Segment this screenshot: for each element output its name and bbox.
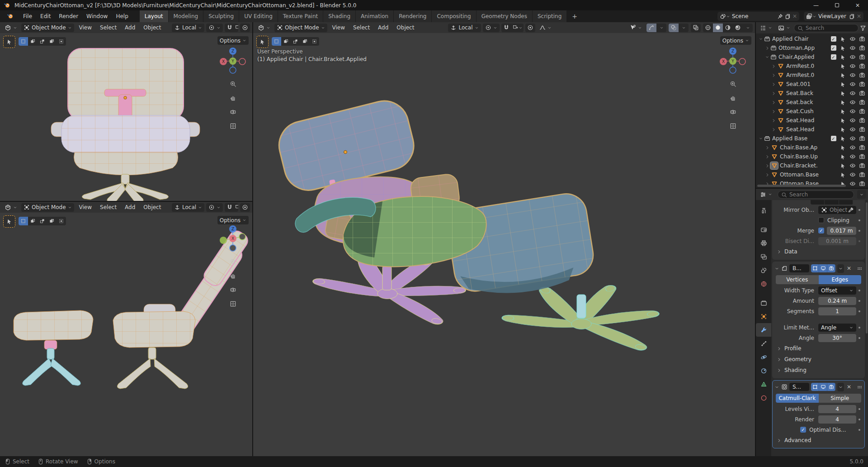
maximize-button[interactable] xyxy=(826,0,847,10)
clipping-checkbox[interactable] xyxy=(818,217,824,223)
hide-viewport-toggle[interactable] xyxy=(848,135,857,142)
selectable-toggle[interactable] xyxy=(838,36,848,42)
add-workspace-button[interactable]: + xyxy=(567,10,582,22)
pin-icon[interactable] xyxy=(777,13,783,19)
hide-render-toggle[interactable] xyxy=(857,117,867,124)
hide-render-toggle[interactable] xyxy=(857,181,867,187)
drag-handle-icon[interactable] xyxy=(857,384,863,390)
outliner-row[interactable]: Seat.Back xyxy=(756,89,868,98)
zoom-nav-button[interactable] xyxy=(228,79,238,89)
viewport-menu-view[interactable]: View xyxy=(76,24,95,32)
geometry-section-toggle[interactable]: Geometry xyxy=(772,354,865,365)
bevel-limit-met--dropdown[interactable]: Angle xyxy=(818,324,856,332)
subdiv-close-icon[interactable]: ✕ xyxy=(846,384,852,390)
outliner-row[interactable]: ArmRest.0 xyxy=(756,71,868,80)
outliner-row[interactable]: Seat.back xyxy=(756,98,868,107)
close-button[interactable]: ✕ xyxy=(847,0,868,10)
axis-gizmo-icon[interactable]: XZY xyxy=(719,47,747,75)
viewport-front[interactable]: Object ModeViewSelectAddObjectLocal Opti… xyxy=(0,22,252,201)
subdiv-render-display-toggle[interactable] xyxy=(827,383,835,391)
grid-ortho-button[interactable] xyxy=(228,299,238,309)
workspace-tab-scripting[interactable]: Scripting xyxy=(533,10,566,22)
hide-viewport-toggle[interactable] xyxy=(848,126,857,133)
camera-view-button[interactable] xyxy=(228,107,238,117)
collection-checkbox[interactable]: ✓ xyxy=(831,54,836,60)
snap-toggle[interactable] xyxy=(501,24,511,32)
snap-controls[interactable] xyxy=(501,24,524,32)
proportional-editing-toggle[interactable] xyxy=(240,24,250,32)
shading-dropdown[interactable] xyxy=(743,24,753,32)
viewport-menu-object[interactable]: Object xyxy=(140,24,164,32)
outliner-row[interactable]: Chair.Bracket. xyxy=(756,161,868,170)
pivot-point-select[interactable] xyxy=(206,203,223,212)
levels-field[interactable]: 4 xyxy=(818,405,856,413)
hide-viewport-toggle[interactable] xyxy=(848,162,857,169)
merge-checkbox[interactable]: ✓ xyxy=(818,228,824,234)
axis-gizmo-icon[interactable]: XZY xyxy=(219,47,247,75)
menu-window[interactable]: Window xyxy=(82,12,112,21)
properties-tab-particles[interactable] xyxy=(756,337,771,350)
xray-toggle[interactable] xyxy=(691,24,701,32)
hide-viewport-toggle[interactable] xyxy=(848,81,857,87)
bevel-segments-field[interactable]: 1 xyxy=(818,307,856,315)
hide-render-toggle[interactable] xyxy=(857,162,867,169)
menu-file[interactable]: File xyxy=(19,12,36,21)
menu-edit[interactable]: Edit xyxy=(36,12,55,21)
properties-tab-material[interactable] xyxy=(756,391,771,405)
hide-render-toggle[interactable] xyxy=(857,36,867,42)
subdiv-extras-button[interactable] xyxy=(837,383,844,391)
bevel-close-icon[interactable]: ✕ xyxy=(846,265,852,272)
bevel-name-field[interactable]: B... xyxy=(789,264,809,272)
camera-view-button[interactable] xyxy=(728,107,738,117)
orientation-select[interactable]: Local xyxy=(172,24,204,32)
workspace-tab-geometry-nodes[interactable]: Geometry Nodes xyxy=(476,10,532,22)
selectable-toggle[interactable] xyxy=(838,91,848,96)
selectable-toggle[interactable] xyxy=(838,136,848,142)
mode-select[interactable]: Object Mode xyxy=(21,24,74,32)
hide-viewport-toggle[interactable] xyxy=(848,72,857,78)
workspace-tab-layout[interactable]: Layout xyxy=(140,10,168,22)
subdiv-name-field[interactable]: S... xyxy=(789,383,809,391)
hide-viewport-toggle[interactable] xyxy=(848,63,857,69)
zoom-nav-button[interactable] xyxy=(728,79,738,89)
select-extend[interactable] xyxy=(28,37,38,46)
selectable-toggle[interactable] xyxy=(838,127,848,133)
snap-controls[interactable] xyxy=(225,24,238,32)
select-extend[interactable] xyxy=(28,217,38,225)
properties-tab-physics[interactable] xyxy=(756,350,771,364)
properties-tab-tool[interactable] xyxy=(756,204,771,217)
properties-search-input[interactable]: Search xyxy=(778,191,854,199)
properties-tab-view-layer[interactable] xyxy=(756,250,771,263)
outliner-row[interactable]: Seat.001 xyxy=(756,80,868,89)
hide-viewport-toggle[interactable] xyxy=(848,153,857,160)
viewport-menu-add[interactable]: Add xyxy=(122,203,138,211)
subdiv-editmode-display-toggle[interactable] xyxy=(811,383,819,391)
properties-tab-output[interactable] xyxy=(756,236,771,250)
viewport-options-button[interactable]: Options xyxy=(217,216,249,224)
profile-section-toggle[interactable]: Profile xyxy=(772,343,865,354)
grid-ortho-button[interactable] xyxy=(728,121,738,131)
blender-menu-button[interactable] xyxy=(3,11,18,21)
select-set[interactable] xyxy=(19,37,28,46)
viewport-menu-object[interactable]: Object xyxy=(140,203,164,211)
outliner-row[interactable]: Ottoman.Base xyxy=(756,170,868,179)
selectable-toggle[interactable] xyxy=(838,72,848,78)
outliner-hscrollbar[interactable] xyxy=(757,185,846,187)
proportional-editing-toggle[interactable] xyxy=(240,203,250,212)
hide-render-toggle[interactable] xyxy=(857,108,867,114)
select-set[interactable] xyxy=(19,217,28,225)
orientation-select[interactable]: Local xyxy=(172,203,204,212)
hide-viewport-toggle[interactable] xyxy=(848,54,857,60)
eyedropper-icon[interactable] xyxy=(848,207,854,213)
snap-target-select[interactable] xyxy=(235,203,238,212)
outliner-row[interactable]: Chair.Applied✓ xyxy=(756,52,868,62)
outliner-row[interactable]: Chair.Base.Ap xyxy=(756,143,868,152)
workspace-tab-compositing[interactable]: Compositing xyxy=(432,10,476,22)
workspace-tab-shading[interactable]: Shading xyxy=(323,10,355,22)
hide-render-toggle[interactable] xyxy=(857,54,867,60)
merge-value-field[interactable]: 0.017 m xyxy=(827,227,856,235)
move-nav-button[interactable] xyxy=(728,93,738,103)
workspace-tab-texture-paint[interactable]: Texture Paint xyxy=(278,10,323,22)
axis-gizmo-icon[interactable]: XZ xyxy=(219,224,247,253)
outliner-search-input[interactable]: Search xyxy=(794,24,859,32)
